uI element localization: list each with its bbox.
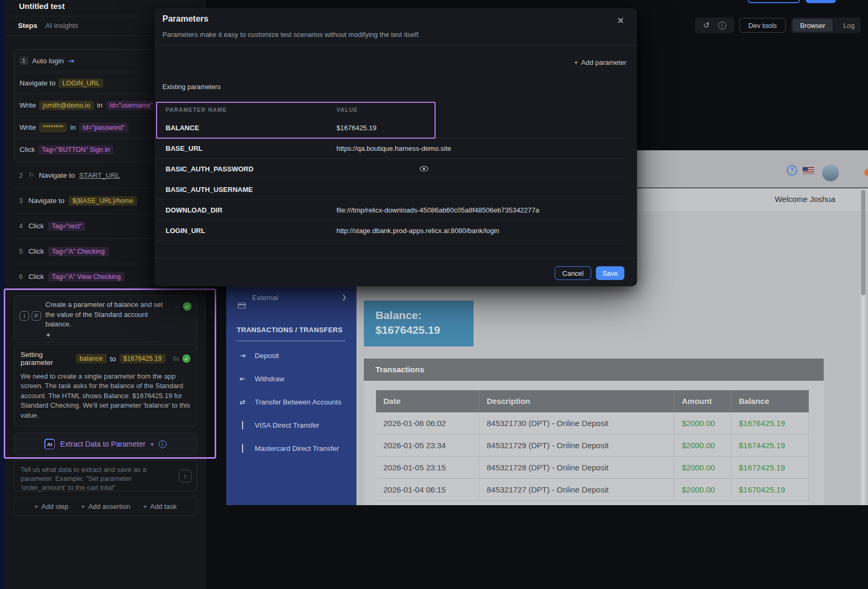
plus-icon: + xyxy=(574,59,578,66)
refresh-icon[interactable]: ↺ xyxy=(703,21,710,30)
step-number: 2 xyxy=(19,171,24,179)
clipped-secondary-button[interactable] xyxy=(748,0,800,3)
us-flag-icon[interactable] xyxy=(803,167,814,174)
value-chip[interactable]: jsmith@demo.io xyxy=(39,101,94,110)
sidebar-item-label: VISA Direct Transfer xyxy=(255,421,319,429)
withdraw-icon: ⇤ xyxy=(237,375,248,383)
dev-tools-button[interactable]: Dev tools xyxy=(739,18,786,33)
transactions-table: DateDescriptionAmountBalance 2026-01-06 … xyxy=(376,390,809,505)
locator-chip[interactable]: Tag="rect" xyxy=(48,221,85,231)
to-label: to xyxy=(110,355,116,363)
parameter-row[interactable]: BALANCE$1676425.19 xyxy=(156,118,625,138)
sidebar-item-label: Transfer Between Accounts xyxy=(255,398,342,406)
sidebar-item-transfer-between-accounts[interactable]: ⇄Transfer Between Accounts xyxy=(226,390,356,413)
step-number: 6 xyxy=(19,273,24,281)
ai-badge-icon: AI xyxy=(44,439,55,449)
locator-chip[interactable]: Tag="A" Checking xyxy=(48,247,108,256)
cell-amt: $2000.00 xyxy=(674,457,731,478)
value-chip[interactable]: ${BASE_URL}/home xyxy=(69,196,137,206)
add-action-label: Add assertion xyxy=(88,503,130,510)
avatar[interactable] xyxy=(822,165,839,181)
locator-chip[interactable]: Id="username" xyxy=(106,101,157,110)
column-header-description: Description xyxy=(479,390,674,412)
info-mini-icon: i xyxy=(20,311,29,321)
cancel-button[interactable]: Cancel xyxy=(555,266,591,280)
sidebar-item-external[interactable]: External xyxy=(252,294,278,302)
param-value-chip[interactable]: $1676425.19 xyxy=(120,354,166,363)
extract-prompt-input[interactable]: Tell us what data to extract and save as… xyxy=(14,460,197,491)
sidebar-item-mastercard-direct-transfer[interactable]: Mastercard Direct Transfer xyxy=(226,437,356,460)
tab-log[interactable]: Log xyxy=(838,19,860,32)
parameter-row[interactable]: BASIC_AUTH_PASSWORD xyxy=(156,159,625,179)
parameter-name: DOWNLOAD_DIR xyxy=(156,206,336,214)
save-button[interactable]: Save xyxy=(596,266,624,280)
clipped-primary-button[interactable] xyxy=(806,0,836,3)
parameter-row[interactable]: LOGIN_URLhttp://stage.dbank.prod-apps.re… xyxy=(156,220,625,241)
locator-chip[interactable]: Tag="BUTTON" Sign in xyxy=(38,145,113,155)
cell-bal: $1676425.19 xyxy=(731,412,809,434)
add-parameter-button[interactable]: + Add parameter xyxy=(574,59,626,66)
parameter-value: $1676425.19 xyxy=(336,124,625,132)
tab-steps[interactable]: Steps xyxy=(18,22,37,30)
start-url-link[interactable]: START_URL xyxy=(79,171,120,179)
send-icon[interactable]: ↑ xyxy=(179,470,191,482)
test-title[interactable]: Untitled test xyxy=(19,2,65,11)
divider xyxy=(155,45,637,45)
cell-bal: $1672425.19 xyxy=(731,457,809,478)
task-icons: i P xyxy=(20,300,41,332)
step-text: Click xyxy=(20,146,35,153)
step-text: Write xyxy=(20,101,36,109)
balance-card: Balance: $1676425.19 xyxy=(364,301,474,346)
param-name-chip[interactable]: balance xyxy=(76,354,107,363)
parameter-row[interactable]: DOWNLOAD_DIRfile:///tmp/relicx-downloads… xyxy=(156,200,625,220)
parameter-name: BASIC_AUTH_PASSWORD xyxy=(156,165,336,173)
value-chip[interactable]: LOGIN_URL xyxy=(59,79,103,88)
tab-browser[interactable]: Browser xyxy=(793,19,833,32)
sidebar-item-withdraw[interactable]: ⇤Withdraw xyxy=(226,367,356,390)
sidebar-item-label: Withdraw xyxy=(255,375,284,383)
cell-bal: $1670425.19 xyxy=(731,479,809,500)
cell-date: 2026-01-06 06:02 xyxy=(376,412,479,434)
sidebar-item-label: Mastercard Direct Transfer xyxy=(255,445,339,452)
info-icon[interactable]: i xyxy=(159,440,167,448)
add-add-step-button[interactable]: +Add step xyxy=(34,503,69,510)
add-add-assertion-button[interactable]: +Add assertion xyxy=(81,503,130,510)
eye-icon[interactable] xyxy=(420,166,428,171)
add-add-task-button[interactable]: +Add task xyxy=(143,503,177,510)
tab-ai-insights[interactable]: AI insights xyxy=(45,22,78,30)
transactions-panel-header: Transactions xyxy=(364,359,824,381)
parameters-modal: ✕ Parameters Parameters make it easy to … xyxy=(155,8,637,286)
chevron-right-icon: ❯ xyxy=(342,294,346,301)
parameter-name: BASE_URL xyxy=(156,144,336,152)
scrollbar-thumb[interactable] xyxy=(861,190,865,295)
ai-task-card[interactable]: i P Create a parameter of balance and se… xyxy=(14,295,197,343)
locator-chip[interactable]: Tag="A" View Checking xyxy=(48,272,124,282)
parameter-row[interactable]: BASIC_AUTH_USERNAME xyxy=(156,179,625,200)
balance-label: Balance: xyxy=(375,308,474,323)
balance-value: $1676425.19 xyxy=(375,323,474,337)
locator-chip[interactable]: Id="password" xyxy=(79,123,129,132)
parameter-mini-icon: P xyxy=(32,311,41,321)
chevron-down-icon[interactable]: ▾ xyxy=(151,441,153,447)
sidebar-item-deposit[interactable]: ⇥Deposit xyxy=(226,344,356,367)
setting-parameter-card[interactable]: Setting parameter balance to $1676425.19… xyxy=(14,344,197,427)
info-icon[interactable]: i xyxy=(718,22,726,30)
column-header-date: Date xyxy=(376,390,479,412)
add-action-label: Add step xyxy=(41,503,68,510)
help-icon[interactable]: ? xyxy=(787,165,797,176)
value-chip[interactable]: ******** xyxy=(39,123,67,132)
close-icon[interactable]: ✕ xyxy=(617,15,624,26)
check-icon: ✓ xyxy=(183,302,191,311)
extract-prompt-placeholder: Tell us what data to extract and save as… xyxy=(14,460,197,497)
step-text: Click xyxy=(28,247,44,255)
column-header-balance: Balance xyxy=(731,390,809,412)
sidebar-item-visa-direct-transfer[interactable]: VISA Direct Transfer xyxy=(226,413,356,437)
column-header-name: PARAMETER NAME xyxy=(156,107,336,113)
parameter-row[interactable]: BASE_URLhttps://qa.boutique.harness-demo… xyxy=(156,138,625,159)
step-text: Navigate to xyxy=(20,79,55,87)
step-text: Click xyxy=(28,222,44,230)
cell-desc: 845321729 (DPT) - Online Deposit xyxy=(479,434,674,456)
plus-icon: + xyxy=(34,503,38,510)
extract-data-button[interactable]: AI Extract Data to Parameter ▾ i xyxy=(14,432,197,456)
step-number-badge: 1 xyxy=(20,56,28,65)
